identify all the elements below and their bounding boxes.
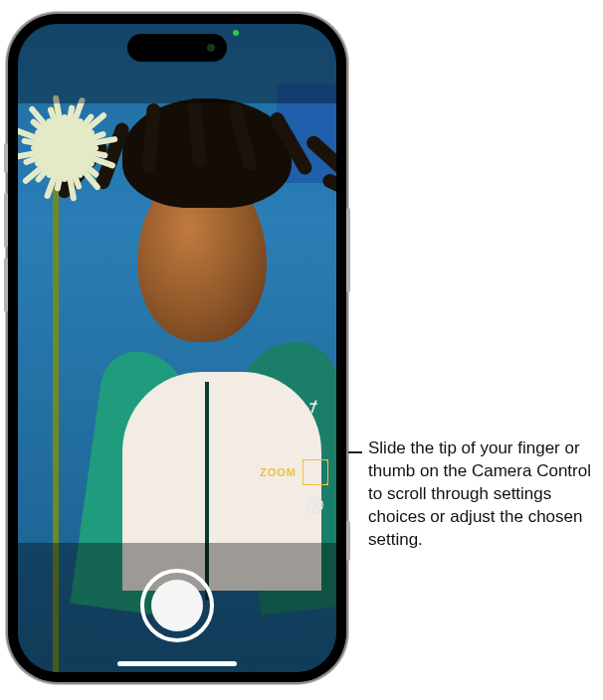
dynamic-island [127, 34, 227, 62]
aperture-icon[interactable] [301, 491, 328, 519]
frame-icon[interactable] [302, 459, 328, 485]
mute-switch[interactable] [4, 143, 8, 173]
iphone-frame: ZOOM [8, 14, 346, 682]
shutter-button[interactable] [140, 569, 214, 642]
zoom-label: ZOOM [260, 466, 297, 478]
volume-up-button[interactable] [4, 193, 8, 248]
volume-down-button[interactable] [4, 258, 8, 312]
callout-text: Slide the tip of your finger or thumb on… [368, 438, 595, 552]
flower-head [18, 93, 119, 203]
home-indicator[interactable] [117, 661, 237, 666]
side-button[interactable] [346, 208, 350, 292]
camera-control-button[interactable] [346, 521, 350, 561]
screen: ZOOM [18, 24, 336, 672]
camera-settings-column [297, 392, 332, 519]
f-icon[interactable] [301, 392, 328, 420]
callout-leader-line [348, 451, 362, 453]
zoom-setting-row[interactable]: ZOOM [260, 459, 328, 485]
